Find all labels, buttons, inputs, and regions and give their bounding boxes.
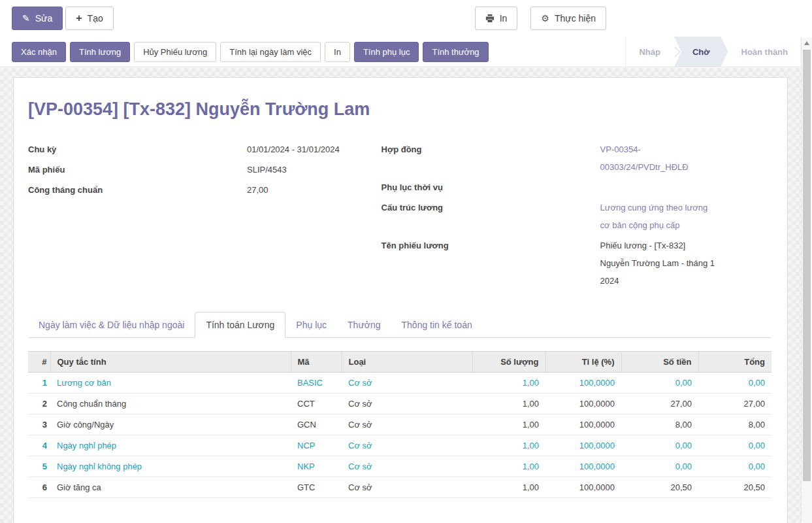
cell-type[interactable]: Cơ sở	[342, 373, 472, 394]
main-content: [VP-00354] [Tx-832] Nguyễn Trường Lam Ch…	[0, 68, 801, 523]
cell-type[interactable]: Cơ sở	[342, 394, 472, 414]
table-row[interactable]: 4Ngày nghỉ phépNCPCơ sở1,00100,00000,000…	[28, 435, 771, 456]
cell-type[interactable]: Cơ sở	[342, 435, 472, 456]
recompute-workdays-button[interactable]: Tính lại ngày làm việc	[220, 42, 321, 62]
cell-num[interactable]: 2	[28, 394, 50, 414]
field-contract-value[interactable]: VP-00354-00303/24/PVDtr_HĐLĐ	[600, 141, 717, 176]
statusbar-buttons: Xác nhận Tính lương Hủy Phiếu lương Tính…	[12, 37, 489, 67]
cell-name[interactable]: Công chuẩn tháng	[50, 394, 291, 414]
print-slip-button[interactable]: In	[325, 42, 350, 62]
table-row[interactable]: 6Giờ tăng caGTCCơ sở1,00100,000020,5020,…	[28, 477, 771, 498]
cell-qty[interactable]: 1,00	[472, 373, 545, 394]
cell-amount[interactable]: 27,00	[621, 394, 698, 414]
cell-type[interactable]: Cơ sở	[342, 456, 472, 477]
header-type[interactable]: Loại	[342, 352, 472, 373]
field-column-right: Hợp đồng VP-00354-00303/24/PVDtr_HĐLĐ Ph…	[382, 141, 771, 292]
cell-qty[interactable]: 1,00	[472, 456, 545, 477]
header-index[interactable]: #	[28, 352, 50, 373]
cell-qty[interactable]: 1,00	[472, 394, 545, 414]
cell-total[interactable]: 0,00	[698, 373, 771, 394]
cell-name[interactable]: Giờ tăng ca	[50, 477, 291, 498]
cell-code[interactable]: GTC	[291, 477, 342, 498]
field-row-slip-code: Mã phiếu SLIP/4543	[28, 161, 382, 178]
field-period-label: Chu kỳ	[28, 141, 247, 158]
table-row[interactable]: 3Giờ công/NgàyGCNCơ sở1,00100,00008,008,…	[28, 414, 771, 435]
cell-code[interactable]: CCT	[291, 394, 342, 414]
tab-appendix[interactable]: Phụ lục	[285, 312, 337, 337]
top-control-bar: ✎ Sửa + Tạo In ⚙ Thực hiện	[0, 0, 812, 37]
cell-num[interactable]: 3	[28, 414, 50, 435]
cell-amount[interactable]: 0,00	[621, 435, 698, 456]
cell-total[interactable]: 0,00	[698, 435, 771, 456]
cell-amount[interactable]: 0,00	[621, 456, 698, 477]
header-amount[interactable]: Số tiền	[621, 352, 698, 373]
cell-rate[interactable]: 100,0000	[545, 477, 621, 498]
cell-qty[interactable]: 1,00	[472, 435, 545, 456]
cell-amount[interactable]: 0,00	[621, 373, 698, 394]
printer-icon	[485, 14, 495, 23]
cell-rate[interactable]: 100,0000	[545, 394, 621, 414]
cell-code[interactable]: GCN	[291, 414, 342, 435]
table-row[interactable]: 5Ngày nghỉ không phépNKPCơ sở1,00100,000…	[28, 456, 771, 477]
cell-rate[interactable]: 100,0000	[545, 435, 621, 456]
cell-num[interactable]: 5	[28, 456, 50, 477]
header-rule-name[interactable]: Quy tắc tính	[50, 352, 291, 373]
cell-name[interactable]: Ngày nghỉ phép	[50, 435, 291, 456]
table-row[interactable]: 1Lương cơ bảnBASICCơ sở1,00100,00000,000…	[28, 373, 771, 394]
tab-accounting-info[interactable]: Thông tin kế toán	[391, 312, 483, 337]
header-rate[interactable]: Tỉ lệ (%)	[545, 352, 621, 373]
cell-name[interactable]: Ngày nghỉ không phép	[50, 456, 291, 477]
action-menu-button[interactable]: ⚙ Thực hiện	[530, 7, 606, 30]
cell-code[interactable]: NCP	[291, 435, 342, 456]
cell-num[interactable]: 1	[28, 373, 50, 394]
confirm-button[interactable]: Xác nhận	[12, 42, 66, 62]
status-done[interactable]: Hoàn thành	[728, 37, 802, 67]
cell-num[interactable]: 4	[28, 435, 50, 456]
edit-button[interactable]: ✎ Sửa	[12, 7, 63, 30]
print-button-label: In	[500, 12, 508, 25]
field-period-value: 01/01/2024 - 31/01/2024	[247, 141, 345, 158]
compute-appendix-button[interactable]: Tính phụ lục	[354, 42, 419, 62]
create-button[interactable]: + Tạo	[65, 7, 113, 30]
scrollbar-thumb[interactable]	[803, 50, 811, 481]
cell-type[interactable]: Cơ sở	[342, 414, 472, 435]
plus-icon: +	[76, 13, 82, 24]
cell-qty[interactable]: 1,00	[472, 477, 545, 498]
cell-total[interactable]: 20,50	[698, 477, 771, 498]
cell-rate[interactable]: 100,0000	[545, 456, 621, 477]
cell-rate[interactable]: 100,0000	[545, 373, 621, 394]
table-row[interactable]: 2Công chuẩn thángCCTCơ sở1,00100,000027,…	[28, 394, 771, 414]
scroll-up-icon[interactable]	[804, 41, 809, 45]
cell-type[interactable]: Cơ sở	[342, 477, 472, 498]
cell-rate[interactable]: 100,0000	[545, 414, 621, 435]
cell-name[interactable]: Lương cơ bản	[50, 373, 291, 394]
cell-amount[interactable]: 20,50	[621, 477, 698, 498]
tab-worked-days[interactable]: Ngày làm việc & Dữ liệu nhập ngoài	[28, 312, 195, 337]
cancel-payslip-button[interactable]: Hủy Phiếu lương	[134, 42, 216, 62]
cell-total[interactable]: 27,00	[698, 394, 771, 414]
header-total[interactable]: Tổng	[698, 352, 771, 373]
status-waiting[interactable]: Chờ	[674, 37, 728, 67]
cell-code[interactable]: BASIC	[291, 373, 342, 394]
cell-qty[interactable]: 1,00	[472, 414, 545, 435]
status-pipeline: Nháp Chờ Hoàn thành	[625, 37, 801, 67]
print-button[interactable]: In	[475, 7, 518, 30]
create-button-label: Tạo	[88, 12, 103, 25]
compute-salary-button[interactable]: Tính lương	[70, 42, 130, 62]
cell-amount[interactable]: 8,00	[621, 414, 698, 435]
payslip-sheet: [VP-00354] [Tx-832] Nguyễn Trường Lam Ch…	[13, 77, 788, 523]
cell-name[interactable]: Giờ công/Ngày	[50, 414, 291, 435]
vertical-scrollbar[interactable]	[801, 37, 812, 523]
tab-bonus[interactable]: Thưởng	[337, 312, 391, 337]
field-row-standard-workdays: Công tháng chuẩn 27,00	[28, 181, 382, 199]
tab-salary-computation[interactable]: Tính toán Lương	[195, 312, 285, 338]
cell-code[interactable]: NKP	[291, 456, 342, 477]
cell-total[interactable]: 8,00	[698, 414, 771, 435]
status-draft[interactable]: Nháp	[626, 37, 674, 67]
compute-bonus-button[interactable]: Tính thưởng	[423, 42, 488, 62]
cell-num[interactable]: 6	[28, 477, 50, 498]
field-salary-structure-value[interactable]: Lương cung ứng theo lương cơ bản cộng ph…	[600, 199, 717, 234]
header-quantity[interactable]: Số lượng	[472, 352, 545, 373]
header-code[interactable]: Mã	[291, 352, 342, 373]
cell-total[interactable]: 0,00	[698, 456, 771, 477]
